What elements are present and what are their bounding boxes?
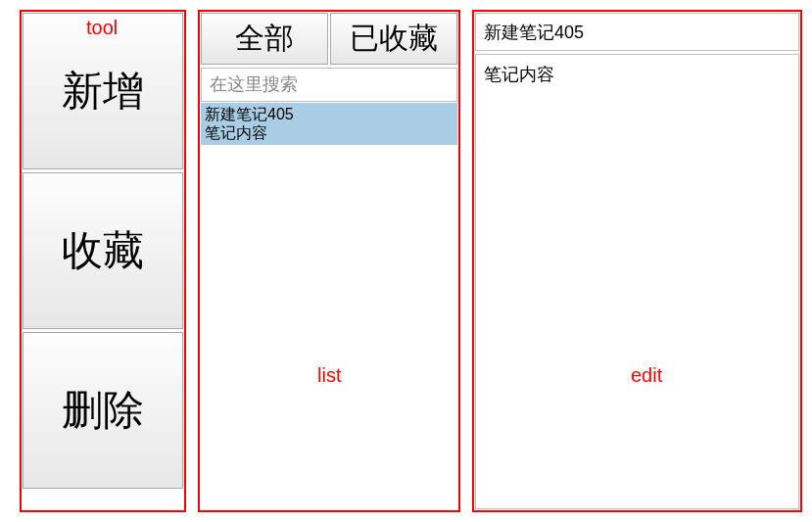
tool-pane: tool 新增 收藏 删除 bbox=[20, 10, 186, 512]
tab-favorites[interactable]: 已收藏 bbox=[330, 13, 457, 65]
search-input[interactable] bbox=[201, 68, 457, 102]
note-content-textarea[interactable] bbox=[475, 54, 799, 509]
note-list: 新建笔记405 笔记内容 bbox=[201, 103, 457, 509]
tab-row: 全部 已收藏 bbox=[200, 12, 458, 66]
note-title-input[interactable] bbox=[475, 13, 799, 51]
list-pane: 全部 已收藏 新建笔记405 笔记内容 list bbox=[198, 10, 460, 512]
list-item[interactable]: 新建笔记405 笔记内容 bbox=[201, 103, 457, 145]
list-item-preview: 笔记内容 bbox=[205, 123, 454, 142]
delete-button[interactable]: 删除 bbox=[23, 332, 183, 489]
add-button[interactable]: 新增 bbox=[23, 13, 183, 169]
edit-pane: edit bbox=[472, 10, 802, 512]
list-item-title: 新建笔记405 bbox=[205, 105, 454, 123]
favorite-button[interactable]: 收藏 bbox=[23, 172, 183, 329]
tab-all[interactable]: 全部 bbox=[201, 13, 328, 65]
